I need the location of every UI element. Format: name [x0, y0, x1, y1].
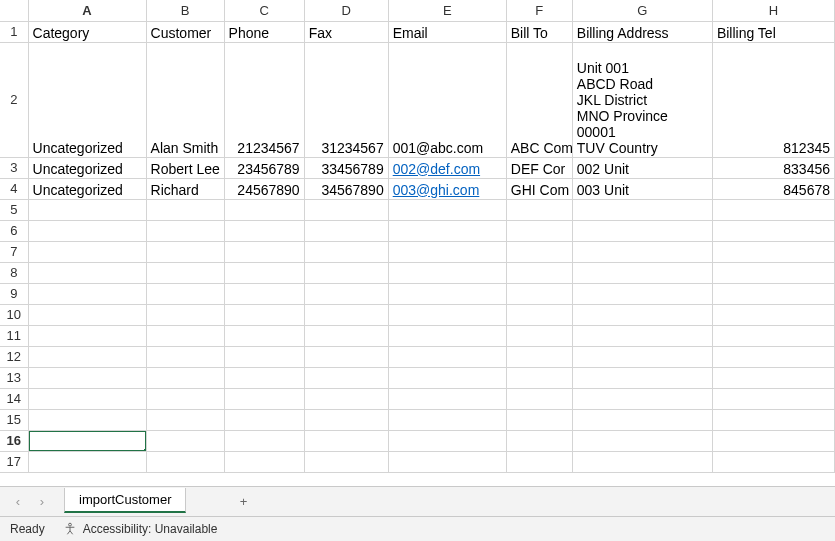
row-header-3[interactable]: 3	[0, 157, 28, 178]
cell-F9[interactable]	[506, 283, 572, 304]
select-all-corner[interactable]	[0, 0, 28, 21]
cell-G4[interactable]: 003 Unit	[572, 178, 712, 199]
cell-A12[interactable]	[28, 346, 146, 367]
cell-F5[interactable]	[506, 199, 572, 220]
cell-G3[interactable]: 002 Unit	[572, 157, 712, 178]
cell-D17[interactable]	[304, 451, 388, 472]
fill-handle[interactable]	[143, 448, 147, 452]
cell-A13[interactable]	[28, 367, 146, 388]
row-header-14[interactable]: 14	[0, 388, 28, 409]
cell-E17[interactable]	[388, 451, 506, 472]
row-header-12[interactable]: 12	[0, 346, 28, 367]
cell-G15[interactable]	[572, 409, 712, 430]
next-sheet-button[interactable]: ›	[32, 492, 52, 512]
col-header-F[interactable]: F	[506, 0, 572, 21]
cell-C15[interactable]	[224, 409, 304, 430]
row-header-10[interactable]: 10	[0, 304, 28, 325]
cell-F4[interactable]: GHI Com	[506, 178, 572, 199]
cell-B4[interactable]: Richard	[146, 178, 224, 199]
cell-E6[interactable]	[388, 220, 506, 241]
cell-C6[interactable]	[224, 220, 304, 241]
cell-E10[interactable]	[388, 304, 506, 325]
row-header-9[interactable]: 9	[0, 283, 28, 304]
cell-B13[interactable]	[146, 367, 224, 388]
row-header-2[interactable]: 2	[0, 42, 28, 157]
cell-E11[interactable]	[388, 325, 506, 346]
cell-F17[interactable]	[506, 451, 572, 472]
cell-A16[interactable]	[28, 430, 146, 451]
cell-G1[interactable]: Billing Address	[572, 21, 712, 42]
col-header-C[interactable]: C	[224, 0, 304, 21]
cell-E13[interactable]	[388, 367, 506, 388]
cell-C4[interactable]: 24567890	[224, 178, 304, 199]
col-header-D[interactable]: D	[304, 0, 388, 21]
cell-B10[interactable]	[146, 304, 224, 325]
cell-D8[interactable]	[304, 262, 388, 283]
cell-C8[interactable]	[224, 262, 304, 283]
cell-A4[interactable]: Uncategorized	[28, 178, 146, 199]
cell-A11[interactable]	[28, 325, 146, 346]
cell-A2[interactable]: Uncategorized	[28, 42, 146, 157]
cell-H8[interactable]	[712, 262, 834, 283]
cell-A1[interactable]: Category	[28, 21, 146, 42]
cell-C3[interactable]: 23456789	[224, 157, 304, 178]
cell-H5[interactable]	[712, 199, 834, 220]
sheet-tab-active[interactable]: importCustomer	[64, 488, 186, 513]
cell-E9[interactable]	[388, 283, 506, 304]
cell-C12[interactable]	[224, 346, 304, 367]
cell-E14[interactable]	[388, 388, 506, 409]
cell-C14[interactable]	[224, 388, 304, 409]
row-header-7[interactable]: 7	[0, 241, 28, 262]
cell-G12[interactable]	[572, 346, 712, 367]
cell-E12[interactable]	[388, 346, 506, 367]
row-header-17[interactable]: 17	[0, 451, 28, 472]
cell-D11[interactable]	[304, 325, 388, 346]
cell-F15[interactable]	[506, 409, 572, 430]
cell-C9[interactable]	[224, 283, 304, 304]
cell-D3[interactable]: 33456789	[304, 157, 388, 178]
cell-H15[interactable]	[712, 409, 834, 430]
prev-sheet-button[interactable]: ‹	[8, 492, 28, 512]
cell-D16[interactable]	[304, 430, 388, 451]
cell-F1[interactable]: Bill To	[506, 21, 572, 42]
cell-D7[interactable]	[304, 241, 388, 262]
cell-A17[interactable]	[28, 451, 146, 472]
row-header-13[interactable]: 13	[0, 367, 28, 388]
cell-G5[interactable]	[572, 199, 712, 220]
cell-A7[interactable]	[28, 241, 146, 262]
cell-B17[interactable]	[146, 451, 224, 472]
cell-A9[interactable]	[28, 283, 146, 304]
cell-F13[interactable]	[506, 367, 572, 388]
cell-B3[interactable]: Robert Lee	[146, 157, 224, 178]
cell-D15[interactable]	[304, 409, 388, 430]
cell-C16[interactable]	[224, 430, 304, 451]
cell-G7[interactable]	[572, 241, 712, 262]
cell-B5[interactable]	[146, 199, 224, 220]
cell-F3[interactable]: DEF Cor	[506, 157, 572, 178]
cell-D13[interactable]	[304, 367, 388, 388]
accessibility-status[interactable]: Accessibility: Unavailable	[63, 522, 218, 536]
cell-D6[interactable]	[304, 220, 388, 241]
cell-H10[interactable]	[712, 304, 834, 325]
cell-C11[interactable]	[224, 325, 304, 346]
cell-A15[interactable]	[28, 409, 146, 430]
cell-G6[interactable]	[572, 220, 712, 241]
cell-G14[interactable]	[572, 388, 712, 409]
cell-E2[interactable]: 001@abc.com	[388, 42, 506, 157]
cell-E1[interactable]: Email	[388, 21, 506, 42]
cell-G9[interactable]	[572, 283, 712, 304]
cell-H12[interactable]	[712, 346, 834, 367]
cell-D12[interactable]	[304, 346, 388, 367]
cell-E8[interactable]	[388, 262, 506, 283]
cell-H4[interactable]: 845678	[712, 178, 834, 199]
cell-C7[interactable]	[224, 241, 304, 262]
col-header-E[interactable]: E	[388, 0, 506, 21]
cell-F7[interactable]	[506, 241, 572, 262]
cell-E3[interactable]: 002@def.com	[388, 157, 506, 178]
row-header-5[interactable]: 5	[0, 199, 28, 220]
cell-E15[interactable]	[388, 409, 506, 430]
cell-G10[interactable]	[572, 304, 712, 325]
cell-G16[interactable]	[572, 430, 712, 451]
cell-A10[interactable]	[28, 304, 146, 325]
cell-F16[interactable]	[506, 430, 572, 451]
